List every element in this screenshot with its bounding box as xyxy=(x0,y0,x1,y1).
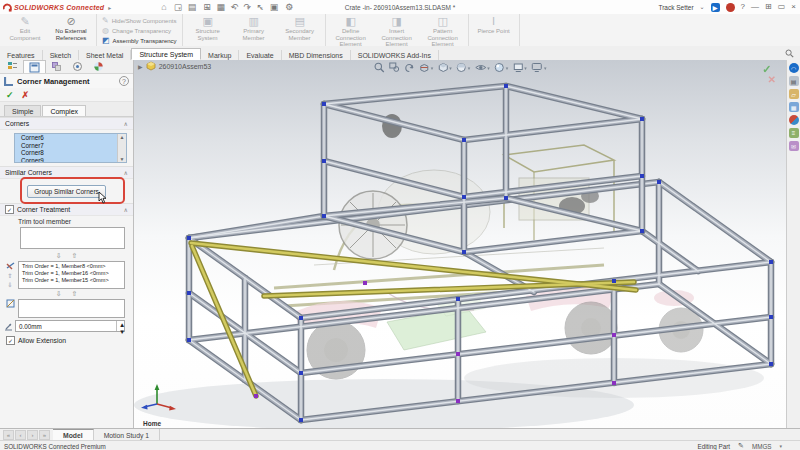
define-connection-element-button[interactable]: ◧ Define Connection Element xyxy=(331,16,371,48)
move-down-icon[interactable]: ⇩ xyxy=(56,252,62,260)
no-external-references-button[interactable]: ⊘ No External References xyxy=(51,16,91,41)
tab-complex[interactable]: Complex xyxy=(42,105,86,116)
pattern-connection-element-button[interactable]: ◫ Pattern Connection Element xyxy=(423,16,463,48)
design-library-icon[interactable]: ▤ xyxy=(789,76,799,86)
save-icon[interactable]: ⊞▾ xyxy=(203,3,209,12)
account-name[interactable]: Track Setter xyxy=(658,4,693,11)
appearances-icon[interactable] xyxy=(789,115,799,125)
list-scrollbar[interactable]: ▲ ▼ xyxy=(117,134,126,162)
new-document-icon[interactable]: ▢▾ xyxy=(174,3,181,12)
scroll-prev-icon[interactable]: ‹ xyxy=(15,430,26,440)
allow-extension-checkbox[interactable]: ✓ xyxy=(6,336,15,345)
group-similar-corners-button[interactable]: Group Similar Corners xyxy=(27,185,106,198)
view-palette-icon[interactable]: ▦ xyxy=(789,102,799,112)
3d-model-crate-assembly[interactable] xyxy=(134,60,787,428)
tab-features[interactable]: Features xyxy=(0,50,43,60)
zoom-to-area-icon[interactable] xyxy=(389,62,400,73)
section-view-icon[interactable]: ▾ xyxy=(419,62,434,73)
panel-help-icon[interactable]: ? xyxy=(119,76,129,86)
move-down-icon[interactable]: ⇩ xyxy=(56,290,62,298)
home-icon[interactable]: ⌂ xyxy=(161,3,166,12)
avatar[interactable] xyxy=(726,3,735,12)
spin-up-icon[interactable]: ▲ xyxy=(116,321,125,328)
previous-view-icon[interactable] xyxy=(404,62,415,73)
spin-down-icon[interactable]: ▼ xyxy=(116,328,125,335)
minimize-icon[interactable]: — xyxy=(751,3,759,11)
undo-icon[interactable]: ↶▾ xyxy=(230,3,236,12)
3dexperience-icon[interactable]: ◠ xyxy=(789,63,799,73)
member-selection-box[interactable] xyxy=(18,299,125,318)
hide-show-items-icon[interactable]: ▾ xyxy=(474,62,490,73)
scroll-next-icon[interactable]: › xyxy=(27,430,38,440)
edit-appearance-icon[interactable]: ▾ xyxy=(494,62,509,73)
change-transparency-button[interactable]: ◍ Change Transparency xyxy=(102,26,177,35)
edit-component-button[interactable]: ✎ Edit Component xyxy=(5,16,45,41)
order-down-icon[interactable]: ⇩ xyxy=(7,281,12,288)
trim-order-item[interactable]: Trim Order = 1, Member16 <0mm> xyxy=(19,269,124,276)
confirm-cancel-icon[interactable]: ✕ xyxy=(768,75,776,85)
property-manager-tab[interactable] xyxy=(23,60,46,73)
dimxpert-manager-tab[interactable] xyxy=(67,61,88,73)
cancel-button[interactable]: ✗ xyxy=(22,90,30,100)
zoom-to-fit-icon[interactable] xyxy=(374,62,385,73)
scroll-down-icon[interactable]: ▼ xyxy=(120,156,125,162)
scroll-last-icon[interactable]: » xyxy=(39,430,50,440)
assembly-name[interactable]: 260910Assem53 xyxy=(159,63,212,70)
primary-member-button[interactable]: ▥ Primary Member xyxy=(234,16,274,41)
view-orientation-icon[interactable]: ▾ xyxy=(437,62,452,73)
maximize-icon[interactable]: ▭ xyxy=(778,3,786,11)
similar-corners-group-header[interactable]: Similar Corners ∧ xyxy=(0,166,133,179)
corner-treatment-group-header[interactable]: ✓ Corner Treatment ∧ xyxy=(0,203,133,216)
account-caret-icon[interactable]: ⌄ xyxy=(700,4,705,10)
close-icon[interactable]: × xyxy=(791,3,796,11)
move-up-icon[interactable]: ⇧ xyxy=(72,290,78,298)
tab-markup[interactable]: Markup xyxy=(201,50,239,60)
pierce-point-button[interactable]: I Pierce Point xyxy=(474,16,514,35)
file-explorer-icon[interactable]: ▱ xyxy=(789,89,799,99)
tab-solidworks-add-ins[interactable]: SOLIDWORKS Add-Ins xyxy=(351,50,439,60)
insert-connection-element-button[interactable]: ◨ Insert Connection Element xyxy=(377,16,417,48)
tab-evaluate[interactable]: Evaluate xyxy=(239,50,281,60)
brand-caret-icon[interactable]: ▸ xyxy=(108,4,111,11)
search-icon[interactable] xyxy=(785,49,794,58)
corner-list-item[interactable]: Corner7 xyxy=(15,142,118,150)
corner-list-item[interactable]: Corner9 xyxy=(15,157,118,164)
trim-tool-member-box[interactable] xyxy=(20,227,125,249)
rebuild-icon[interactable]: ▣ xyxy=(270,3,279,12)
order-up-icon[interactable]: ⇧ xyxy=(7,272,12,279)
view-settings-icon[interactable]: ▾ xyxy=(531,62,547,73)
member-select-icon[interactable] xyxy=(6,299,15,308)
restore-icon[interactable]: ⊞ xyxy=(765,3,772,11)
feature-manager-tab[interactable] xyxy=(2,61,23,73)
custom-properties-icon[interactable]: ≡ xyxy=(789,128,799,138)
units-selector[interactable]: MMGS xyxy=(752,443,772,450)
scroll-up-icon[interactable]: ▲ xyxy=(120,134,125,140)
tab-sheet-metal[interactable]: Sheet Metal xyxy=(79,50,131,60)
apply-scene-icon[interactable]: ▾ xyxy=(512,62,527,73)
platform-icon[interactable]: ▶ xyxy=(711,3,720,12)
redo-icon[interactable]: ↷▾ xyxy=(244,3,250,12)
accept-button[interactable]: ✓ xyxy=(6,90,14,100)
select-icon[interactable]: ↖▾ xyxy=(257,3,263,12)
options-icon[interactable]: ⚙▾ xyxy=(285,3,292,12)
tab-mbd-dimensions[interactable]: MBD Dimensions xyxy=(282,50,351,60)
scroll-first-icon[interactable]: « xyxy=(3,430,14,440)
forum-icon[interactable]: ✉ xyxy=(789,141,799,151)
help-icon[interactable]: ? xyxy=(741,3,745,11)
corners-group-header[interactable]: Corners ∧ xyxy=(0,117,133,130)
tab-simple[interactable]: Simple xyxy=(4,105,41,116)
trim-order-item[interactable]: Trim Order = 1, Member15 <0mm> xyxy=(19,276,124,283)
corner-treatment-checkbox[interactable]: ✓ xyxy=(5,205,14,214)
secondary-member-button[interactable]: ▤ Secondary Member xyxy=(280,16,320,41)
configuration-manager-tab[interactable] xyxy=(46,61,67,73)
move-up-icon[interactable]: ⇧ xyxy=(72,252,78,260)
print-icon[interactable]: ▦▾ xyxy=(216,3,223,12)
graphics-viewport[interactable]: ▶ 260910Assem53 xyxy=(134,60,800,428)
trim-order-listbox[interactable]: Trim Order = 1, Member8 <0mm> Trim Order… xyxy=(18,261,125,289)
corner-list-item[interactable]: Corner8 xyxy=(15,149,118,157)
offset-distance-field[interactable]: 0.00mm ▲ ▼ xyxy=(15,320,125,332)
display-manager-tab[interactable] xyxy=(88,61,109,73)
units-caret-icon[interactable]: ▾ xyxy=(779,443,782,449)
open-icon[interactable]: ▤ xyxy=(188,3,197,12)
corners-listbox[interactable]: Corner6 Corner7 Corner8 Corner9 ▲ ▼ xyxy=(14,133,127,163)
